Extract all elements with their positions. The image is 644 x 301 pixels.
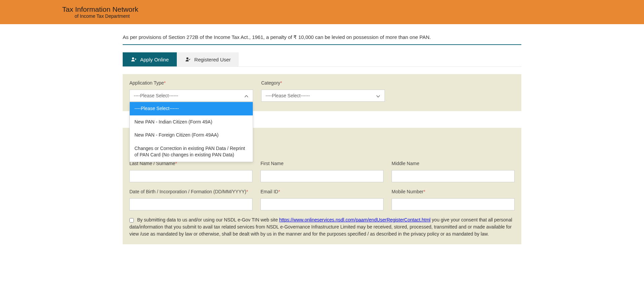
dob-input[interactable]: [129, 198, 252, 210]
tabs: Apply Online Registered User: [123, 52, 521, 67]
svg-point-0: [132, 57, 134, 59]
dropdown-option-changes-correction[interactable]: Changes or Correction in existing PAN Da…: [130, 142, 253, 162]
mobile-label: Mobile Number*: [392, 189, 515, 194]
penalty-notice: As per provisions of Section 272B of the…: [123, 24, 521, 45]
application-type-select[interactable]: ----Please Select------ ----Please Selec…: [129, 90, 253, 102]
svg-point-1: [187, 57, 189, 59]
select-value: ----Please Select------: [134, 93, 178, 98]
required-mark: *: [246, 189, 248, 194]
user-check-icon: [185, 56, 191, 62]
consent-prefix: By submitting data to us and/or using ou…: [137, 217, 279, 222]
form-section-top: Application Type* ----Please Select-----…: [123, 74, 521, 111]
category-label: Category*: [261, 80, 385, 86]
select-value: ----Please Select------: [266, 93, 310, 98]
first-name-label: First Name: [260, 161, 384, 166]
header-title: Tax Information Network: [62, 5, 138, 13]
required-mark: *: [164, 80, 165, 86]
consent-link[interactable]: https://www.onlineservices.nsdl.com/paam…: [279, 217, 431, 222]
user-add-icon: [131, 56, 137, 62]
tab-registered-user[interactable]: Registered User: [177, 52, 239, 66]
consent-text: By submitting data to us and/or using ou…: [129, 216, 515, 238]
application-type-label: Application Type*: [129, 80, 253, 86]
middle-name-label: Middle Name: [392, 161, 515, 166]
dropdown-option-new-pan-foreign[interactable]: New PAN - Foreign Citizen (Form 49AA): [130, 129, 253, 142]
last-name-input[interactable]: [129, 170, 252, 182]
header-banner: Tax Information Network of Income Tax De…: [0, 0, 644, 24]
middle-name-input[interactable]: [392, 170, 515, 182]
dob-label: Date of Birth / Incorporation / Formatio…: [129, 189, 252, 194]
required-mark: *: [424, 189, 425, 194]
mobile-input[interactable]: [392, 198, 515, 210]
header-subtitle: of Income Tax Department: [75, 13, 138, 19]
first-name-input[interactable]: [260, 170, 384, 182]
chevron-down-icon: [376, 93, 380, 98]
tab-label: Apply Online: [140, 57, 169, 62]
tab-label: Registered User: [194, 57, 231, 62]
dropdown-option-please-select[interactable]: ----Please Select------: [130, 102, 253, 115]
required-mark: *: [278, 189, 280, 194]
application-type-dropdown: ----Please Select------ New PAN - Indian…: [129, 102, 253, 162]
tab-apply-online[interactable]: Apply Online: [123, 52, 177, 66]
email-label: Email ID*: [260, 189, 384, 194]
chevron-up-icon: [245, 93, 248, 98]
email-input[interactable]: [260, 198, 384, 210]
required-mark: *: [280, 80, 282, 86]
consent-checkbox[interactable]: [129, 218, 134, 222]
category-select[interactable]: ----Please Select------: [261, 90, 385, 102]
dropdown-option-new-pan-indian[interactable]: New PAN - Indian Citizen (Form 49A): [130, 115, 253, 129]
